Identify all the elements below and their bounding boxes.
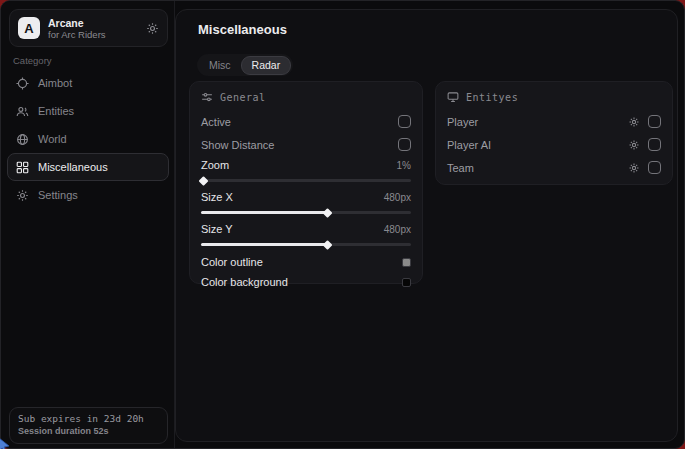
color-label: Color outline: [201, 256, 263, 268]
sidebar-item-label: Miscellaneous: [38, 161, 108, 173]
page-title: Miscellaneous: [198, 22, 287, 37]
color-background-row: Color background: [201, 272, 411, 292]
app-logo: A: [18, 17, 40, 39]
grid-icon: [16, 161, 29, 174]
zoom-slider-thumb[interactable]: [199, 176, 209, 186]
color-outline-row: Color outline: [201, 252, 411, 272]
globe-icon: [16, 133, 29, 146]
sidebar-item-label: Entities: [38, 105, 74, 117]
sidebar-item-settings[interactable]: Settings: [7, 181, 169, 209]
player-checkbox[interactable]: [648, 115, 661, 128]
sidebar-item-label: Aimbot: [38, 77, 72, 89]
color-outline-swatch[interactable]: [402, 258, 411, 267]
team-checkbox[interactable]: [648, 161, 661, 174]
entity-row-player-ai: Player AI: [447, 133, 661, 156]
slider-value: 1%: [397, 160, 411, 171]
monitor-icon: [447, 91, 459, 103]
entity-label: Team: [447, 162, 474, 174]
sidebar-item-aimbot[interactable]: Aimbot: [7, 69, 169, 97]
card-title: General: [220, 92, 266, 103]
show-distance-checkbox[interactable]: [398, 138, 411, 151]
slider-label: Zoom: [201, 159, 229, 171]
entities-card: Entityes Player Player AI: [435, 81, 673, 185]
crosshair-icon: [16, 77, 29, 90]
entity-label: Player AI: [447, 139, 491, 151]
size-x-slider-track[interactable]: [201, 211, 411, 214]
slider-label: Size Y: [201, 223, 233, 235]
size-y-slider-track[interactable]: [201, 243, 411, 246]
sidebar-item-label: World: [38, 133, 67, 145]
entity-row-player: Player: [447, 110, 661, 133]
zoom-slider-track[interactable]: [201, 179, 411, 182]
slider-value: 480px: [384, 192, 411, 203]
toggle-label: Active: [201, 116, 231, 128]
entity-label: Player: [447, 116, 478, 128]
sidebar-item-entities[interactable]: Entities: [7, 97, 169, 125]
toggle-row-show-distance: Show Distance: [201, 133, 411, 156]
subscription-box: Sub expires in 23d 20h Session duration …: [9, 407, 168, 444]
tab-radar[interactable]: Radar: [241, 56, 292, 75]
tab-misc[interactable]: Misc: [199, 56, 241, 74]
sidebar-item-world[interactable]: World: [7, 125, 169, 153]
tab-bar: Misc Radar: [197, 54, 293, 76]
color-label: Color background: [201, 276, 288, 288]
size-y-slider-row: Size Y 480px: [201, 220, 411, 238]
users-icon: [16, 105, 29, 118]
size-x-slider-thumb[interactable]: [323, 208, 333, 218]
slider-value: 480px: [384, 224, 411, 235]
gear-icon[interactable]: [628, 162, 640, 174]
app-window: A Arcane for Arc Riders Category: [0, 0, 685, 449]
gear-icon[interactable]: [628, 139, 640, 151]
toggle-label: Show Distance: [201, 139, 274, 151]
color-background-swatch[interactable]: [402, 278, 411, 287]
gear-icon[interactable]: [628, 116, 640, 128]
zoom-slider-row: Zoom 1%: [201, 156, 411, 174]
toggle-row-active: Active: [201, 110, 411, 133]
size-x-slider-row: Size X 480px: [201, 188, 411, 206]
card-title: Entityes: [466, 92, 518, 103]
main-panel: Miscellaneous Misc Radar General Active …: [175, 9, 678, 442]
sub-expiry-text: Sub expires in 23d 20h: [18, 413, 159, 424]
slider-label: Size X: [201, 191, 233, 203]
mouse-cursor-icon: [0, 437, 11, 449]
brand-card: A Arcane for Arc Riders: [9, 9, 168, 47]
general-card: General Active Show Distance Zoom 1% Siz: [189, 81, 423, 284]
gear-icon[interactable]: [146, 22, 159, 35]
sidebar-item-label: Settings: [38, 189, 78, 201]
app-subtitle: for Arc Riders: [48, 29, 146, 40]
sidebar: A Arcane for Arc Riders Category: [1, 1, 175, 448]
app-name: Arcane: [48, 17, 146, 29]
gear-icon: [16, 189, 29, 202]
session-duration-text: Session duration 52s: [18, 426, 159, 436]
sliders-icon: [201, 91, 213, 103]
sidebar-nav: Aimbot Entities World: [1, 69, 175, 209]
entity-row-team: Team: [447, 156, 661, 179]
size-y-slider-thumb[interactable]: [323, 240, 333, 250]
category-label: Category: [13, 55, 52, 66]
sidebar-item-miscellaneous[interactable]: Miscellaneous: [7, 153, 169, 181]
player-ai-checkbox[interactable]: [648, 138, 661, 151]
active-checkbox[interactable]: [398, 115, 411, 128]
